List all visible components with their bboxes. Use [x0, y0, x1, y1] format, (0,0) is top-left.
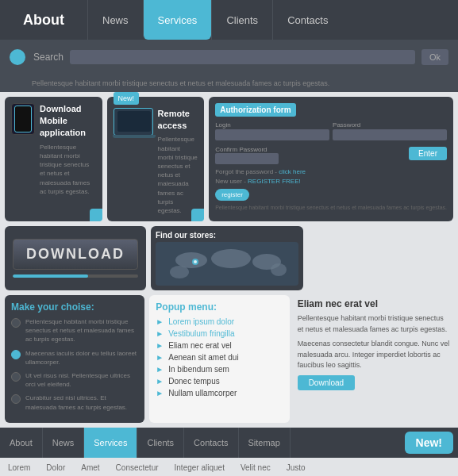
remote-desc: Pellentesque habitant morbi tristique se… [158, 135, 198, 215]
world-map-svg [156, 244, 298, 284]
nav-item-news[interactable]: News [87, 0, 143, 40]
auth-fine-text: Pellentesque habitant morbi tristique se… [215, 204, 447, 212]
svg-point-2 [211, 249, 251, 268]
svg-point-5 [271, 263, 287, 276]
sub-nav-justo[interactable]: Justo [287, 463, 306, 472]
popup-item-4: ► Aenean sit amet dui [156, 353, 283, 362]
download-mobile-title: Download Mobile application [40, 103, 96, 140]
download-button[interactable]: DOWNLOAD [13, 239, 138, 270]
register-button[interactable]: register [215, 189, 249, 201]
search-subtext-area: Pellentesque habitant morbi tristique se… [0, 75, 458, 92]
svg-point-1 [175, 252, 207, 268]
sub-nav-amet[interactable]: Amet [81, 463, 99, 472]
confirm-input[interactable] [215, 153, 279, 164]
nav-item-clients[interactable]: Clients [211, 0, 272, 40]
card-corner-dl [90, 209, 102, 221]
bottom-nav-sitemap[interactable]: Sitemap [239, 428, 291, 458]
bottom-nav-about[interactable]: About [0, 428, 43, 458]
world-map [156, 242, 298, 286]
login-input[interactable] [215, 129, 329, 140]
laptop-icon [114, 108, 153, 136]
download-mobile-text: Download Mobile application Pellentesque… [40, 103, 96, 215]
popup-item-5: ► In bibendum sem [156, 365, 283, 374]
popup-arrow-7: ► [156, 389, 164, 397]
popup-link-5[interactable]: In bibendum sem [168, 365, 229, 374]
download-section: DOWNLOAD [5, 226, 146, 290]
bottom-nav-contacts[interactable]: Contacts [184, 428, 238, 458]
search-input[interactable] [75, 52, 410, 62]
map-card: Find our stores: [151, 226, 303, 290]
confirm-row: Confirm Password Enter [215, 144, 447, 164]
top-navigation: About News Services Clients Contacts [0, 0, 458, 40]
eliam-title: Eliam nec erat vel [298, 298, 450, 309]
nav-item-contacts[interactable]: Contacts [272, 0, 342, 40]
search-label: Search [33, 52, 64, 63]
choice-item-2: Maecenas iaculis dolor eu tellus laoreet… [11, 349, 138, 367]
login-label: Login [215, 121, 329, 129]
nav-item-services[interactable]: Services [143, 0, 212, 40]
remote-title: Remote access [158, 108, 198, 132]
radio-circle-4[interactable] [11, 394, 21, 404]
popup-item-3: ► Eliam nec erat vel [156, 341, 283, 350]
search-input-wrapper [70, 50, 415, 64]
bottom-nav-services[interactable]: Services [84, 428, 137, 458]
popup-link-4[interactable]: Aenean sit amet dui [168, 353, 238, 362]
enter-button[interactable]: Enter [409, 147, 447, 160]
forgot-link[interactable]: click here [279, 168, 306, 175]
search-dot [10, 49, 25, 65]
radio-circle-1[interactable] [11, 318, 21, 328]
popup-link-3[interactable]: Eliam nec erat vel [168, 341, 231, 350]
popup-title: Popup menu: [156, 301, 283, 313]
sub-nav-dolor[interactable]: Dolor [46, 463, 65, 472]
sub-nav-velit[interactable]: Velit nec [241, 463, 271, 472]
sub-nav-integer[interactable]: Integer aliquet [175, 463, 225, 472]
register-link[interactable]: REGISTER FREE! [248, 178, 301, 185]
choice-item-3: Ut vel risus nisl. Pellentesque ultrices… [11, 371, 138, 389]
popup-arrow-1: ► [156, 317, 164, 326]
auth-fields: Login Password [215, 121, 447, 140]
sub-nav-consectetur[interactable]: Consectetur [116, 463, 159, 472]
eliam-text-1: Pellentesque habitant morbi tristique se… [298, 313, 450, 335]
phone-icon [11, 103, 35, 135]
new-badge: New! [114, 92, 140, 106]
laptop-screen [117, 111, 151, 132]
download-mobile-card: Download Mobile application Pellentesque… [5, 97, 102, 221]
confirm-label: Confirm Password [215, 146, 267, 153]
nav-brand[interactable]: About [0, 0, 87, 40]
search-subtext: Pellentesque habitant morbi tristique se… [32, 79, 329, 87]
search-ok-button[interactable]: Ok [421, 49, 448, 65]
choice-text-3: Ut vel risus nisl. Pellentesque ultrices… [25, 371, 138, 389]
remote-access-card: New! Remote access Pellentesque habitant… [107, 97, 205, 221]
svg-point-4 [170, 266, 189, 278]
choice-item-1: Pellentesque habitant morbi tristique se… [11, 317, 138, 344]
eliam-text-2: Maecenas consectetur blandit congue. Nun… [298, 339, 450, 371]
new-badge-bottom: New! [405, 432, 453, 454]
popup-arrow-5: ► [156, 365, 164, 374]
confirm-group: Confirm Password [215, 144, 279, 164]
content-row-1: Download Mobile application Pellentesque… [0, 92, 458, 226]
popup-link-1[interactable]: Lorem ipsum dolor [168, 317, 234, 326]
password-input[interactable] [333, 129, 447, 140]
radio-circle-2[interactable] [11, 350, 21, 359]
popup-link-7[interactable]: Nullam ullamcorper [168, 389, 237, 397]
choice-text-2: Maecenas iaculis dolor eu tellus laoreet… [25, 349, 138, 367]
download-progress-fill [13, 274, 88, 278]
radio-circle-3[interactable] [11, 372, 21, 382]
eliam-section: Eliam nec erat vel Pellentesque habitant… [294, 295, 453, 423]
forgot-password-line: Forgot the password - click here [215, 167, 447, 178]
popup-item-1: ► Lorem ipsum dolor [156, 317, 283, 326]
bottom-nav-news[interactable]: News [43, 428, 85, 458]
choice-item-4: Curabitur sed nisl ultrices. Et malesuad… [11, 393, 138, 411]
popup-item-6: ► Donec tempus [156, 377, 283, 386]
bottom-nav-clients[interactable]: Clients [137, 428, 184, 458]
popup-arrow-6: ► [156, 377, 164, 386]
sub-nav-lorem[interactable]: Lorem [8, 463, 30, 472]
eliam-download-button[interactable]: Download [298, 375, 355, 390]
popup-link-6[interactable]: Donec tempus [168, 377, 219, 386]
bottom-nav: About News Services Clients Contacts Sit… [0, 428, 458, 458]
popup-arrow-2: ► [156, 329, 164, 338]
remote-text: Remote access Pellentesque habitant morb… [158, 108, 198, 215]
popup-link-2[interactable]: Vestibulum fringilla [168, 329, 234, 338]
password-label: Password [333, 121, 447, 129]
choice-title: Make your choise: [11, 301, 138, 313]
